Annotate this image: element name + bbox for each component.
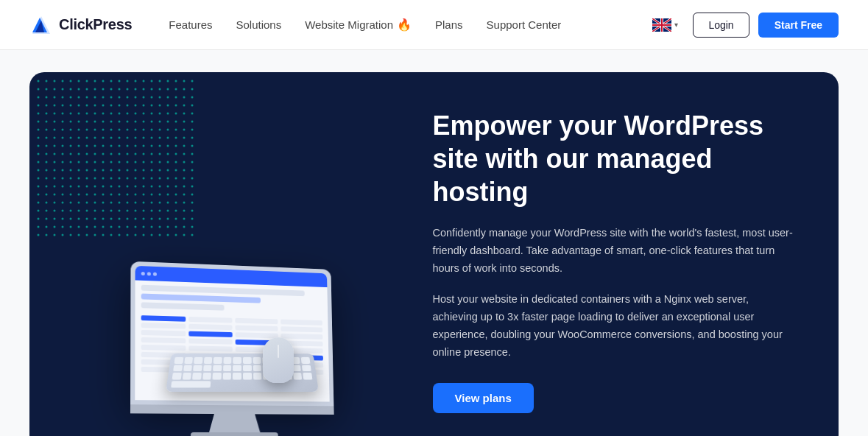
key xyxy=(182,373,191,379)
hero-illustration xyxy=(29,85,418,436)
key xyxy=(243,373,252,379)
screen-cell-5 xyxy=(141,323,186,329)
key xyxy=(192,373,201,379)
nav-link-migration[interactable]: Website Migration 🔥 xyxy=(305,18,412,32)
key xyxy=(202,373,211,379)
view-plans-button[interactable]: View plans xyxy=(433,383,534,413)
screen-cell-4 xyxy=(280,319,322,325)
monitor xyxy=(130,261,334,436)
key xyxy=(233,373,241,379)
mouse-scroll-wheel xyxy=(278,345,279,358)
key xyxy=(172,373,181,379)
spacebar-key xyxy=(171,381,211,388)
key xyxy=(203,357,212,364)
key xyxy=(183,365,191,371)
screen-cell-11 xyxy=(235,332,278,338)
monitor-foot xyxy=(191,432,278,436)
monitor-base-top xyxy=(130,404,334,415)
screen-cell-17 xyxy=(141,345,186,351)
hero-content: Empower your WordPress site with our man… xyxy=(418,72,839,436)
mouse xyxy=(263,337,294,383)
screen-cell-7 xyxy=(235,325,278,331)
nav-right: ▾ Login Start Free xyxy=(646,13,839,38)
hero-card: // We'll generate dots inline via patter… xyxy=(29,72,839,436)
language-selector[interactable]: ▾ xyxy=(646,15,684,35)
key xyxy=(223,357,232,364)
screen-cell-10 xyxy=(188,331,232,337)
key xyxy=(223,365,232,371)
screen-cell-3 xyxy=(235,318,278,324)
svg-rect-11 xyxy=(652,24,671,26)
key xyxy=(203,365,212,371)
hero-section: // We'll generate dots inline via patter… xyxy=(0,50,868,436)
key xyxy=(222,373,231,379)
logo-icon xyxy=(29,13,53,37)
key xyxy=(253,357,261,364)
chevron-down-icon: ▾ xyxy=(674,21,678,29)
screen-cell-13 xyxy=(141,337,186,343)
flag-icon xyxy=(652,18,671,32)
key xyxy=(233,357,241,364)
screen-row-2 xyxy=(141,293,260,303)
key xyxy=(301,357,310,364)
key xyxy=(212,373,221,379)
hero-title: Empower your WordPress site with our man… xyxy=(433,109,794,208)
nav-link-features[interactable]: Features xyxy=(169,18,212,31)
logo[interactable]: ClickPress xyxy=(29,13,132,37)
start-free-button[interactable]: Start Free xyxy=(758,13,839,38)
key xyxy=(293,373,303,379)
key xyxy=(184,357,193,364)
screen-row-3 xyxy=(141,302,224,310)
login-button[interactable]: Login xyxy=(693,13,749,38)
key xyxy=(213,365,222,371)
key xyxy=(243,365,252,371)
screen-cell-8 xyxy=(280,326,322,332)
key xyxy=(303,373,312,379)
screen-cell-18 xyxy=(188,345,233,351)
key xyxy=(214,357,222,364)
key xyxy=(253,365,261,371)
screen-dot-2 xyxy=(147,272,151,275)
nav-link-support[interactable]: Support Center xyxy=(487,18,562,31)
nav-link-solutions[interactable]: Solutions xyxy=(236,18,282,31)
key xyxy=(173,365,183,371)
monitor-stand xyxy=(209,414,260,432)
screen-cell-2 xyxy=(188,317,232,323)
screen-dot-3 xyxy=(153,272,157,275)
navbar: ClickPress Features Solutions Website Mi… xyxy=(0,0,868,50)
screen-cell-1 xyxy=(141,315,186,322)
key xyxy=(253,373,261,379)
logo-text: ClickPress xyxy=(59,16,132,33)
hero-description-2: Host your website in dedicated container… xyxy=(433,291,794,362)
fire-icon: 🔥 xyxy=(397,18,412,32)
nav-link-plans[interactable]: Plans xyxy=(435,18,463,31)
screen-cell-9 xyxy=(141,330,186,336)
screen-cell-6 xyxy=(188,324,232,330)
nav-links: Features Solutions Website Migration 🔥 P… xyxy=(169,18,646,32)
key xyxy=(174,357,183,364)
hero-description-1: Confidently manage your WordPress site w… xyxy=(433,225,794,278)
screen-cell-12 xyxy=(280,334,322,340)
key xyxy=(193,365,202,371)
key xyxy=(243,357,251,364)
screen-cell-14 xyxy=(188,338,232,344)
screen-dot-1 xyxy=(141,271,144,275)
keyboard xyxy=(166,354,319,392)
key xyxy=(302,365,311,371)
key xyxy=(233,365,241,371)
key xyxy=(194,357,202,364)
